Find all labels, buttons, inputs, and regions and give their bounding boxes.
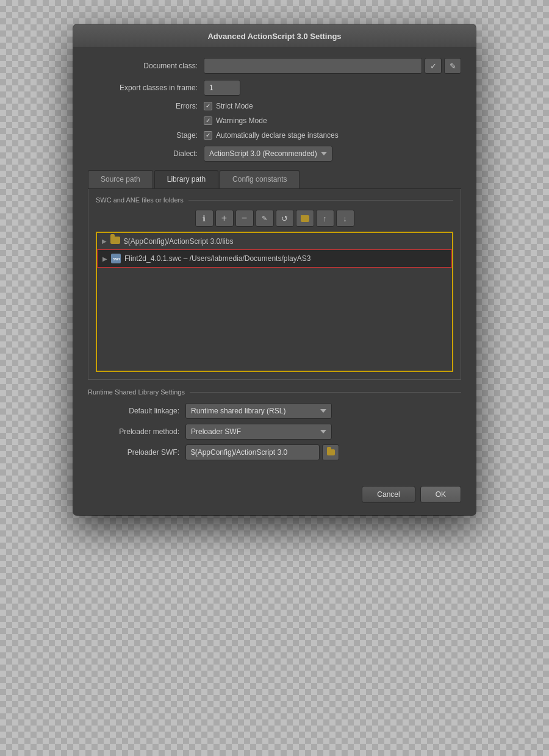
warnings-mode-row: Warnings Mode [88, 116, 461, 125]
document-class-label: Document class: [88, 62, 204, 70]
dialect-select[interactable]: ActionScript 3.0 (Recommended) [204, 146, 332, 162]
validate-button[interactable]: ✓ [425, 58, 442, 74]
errors-label: Errors: [88, 102, 204, 110]
list-item-text: Flint2d_4.0.1.swc – /Users/labmedia/Docu… [124, 254, 310, 263]
tabs-row: Source path Library path Config constant… [88, 170, 461, 189]
move-up-button[interactable]: ↑ [316, 210, 334, 227]
refresh-button[interactable]: ↺ [276, 210, 294, 227]
list-item-text: $(AppConfig)/ActionScript 3.0/libs [124, 237, 233, 246]
browse-folder-button[interactable] [296, 210, 314, 227]
default-linkage-row: Default linkage: Runtime shared library … [88, 403, 461, 419]
document-class-input[interactable] [204, 58, 422, 74]
dialog-window: Advanced ActionScript 3.0 Settings Docum… [73, 24, 476, 515]
stage-row: Stage: Automatically declare stage insta… [88, 131, 461, 140]
strict-mode-checkbox-row: Strict Mode [204, 102, 253, 110]
ok-button[interactable]: OK [420, 486, 461, 503]
remove-button[interactable]: − [235, 210, 254, 227]
preloader-method-label: Preloader method: [88, 427, 185, 436]
expand-arrow-icon: ▶ [102, 238, 107, 244]
default-linkage-select[interactable]: Runtime shared library (RSL) [185, 403, 332, 419]
document-class-controls: ✓ ✎ [204, 58, 461, 74]
swc-file-icon: SWC [111, 254, 121, 263]
preloader-browse-button[interactable] [322, 444, 339, 460]
dialect-label: Dialect: [88, 149, 204, 158]
export-classes-input[interactable]: 1 [204, 80, 240, 96]
folder-small-icon [327, 448, 335, 457]
move-down-button[interactable]: ↓ [336, 210, 354, 227]
warnings-mode-checkbox[interactable] [204, 116, 212, 125]
preloader-method-row: Preloader method: Preloader SWF [88, 424, 461, 440]
stage-declare-label: Automatically declare stage instances [216, 131, 339, 140]
export-classes-label: Export classes in frame: [88, 84, 204, 92]
edit-class-button[interactable]: ✎ [444, 58, 461, 74]
expand-arrow-icon: ▶ [102, 255, 107, 262]
preloader-swf-row: Preloader SWF: [88, 444, 461, 460]
info-button[interactable]: ℹ [195, 210, 214, 227]
stage-label: Stage: [88, 131, 204, 140]
svg-text:SWC: SWC [113, 257, 120, 261]
runtime-section-header: Runtime Shared Library Settings [88, 388, 461, 396]
panel-area: SWC and ANE files or folders ℹ + − ✎ ↺ ↑… [88, 189, 461, 380]
document-class-row: Document class: ✓ ✎ [88, 58, 461, 74]
default-linkage-label: Default linkage: [88, 407, 185, 415]
add-button[interactable]: + [215, 210, 234, 227]
warnings-mode-checkbox-row: Warnings Mode [204, 116, 267, 125]
stage-declare-checkbox[interactable] [204, 131, 212, 140]
strict-mode-label: Strict Mode [216, 102, 253, 110]
list-item[interactable]: ▶ $(AppConfig)/ActionScript 3.0/libs [97, 233, 452, 249]
dialog-footer: Cancel OK [73, 477, 476, 515]
dialog-title: Advanced ActionScript 3.0 Settings [207, 32, 341, 41]
list-item-selected[interactable]: ▶ SWC Flint2d_4.0.1.swc – /Users/labmedi… [97, 249, 452, 268]
preloader-swf-label: Preloader SWF: [88, 448, 185, 457]
dialog-content: Document class: ✓ ✎ Export classes in fr… [73, 48, 476, 477]
tab-library-path[interactable]: Library path [154, 170, 218, 188]
warnings-mode-label: Warnings Mode [216, 116, 267, 125]
preloader-swf-controls [185, 444, 339, 460]
title-bar: Advanced ActionScript 3.0 Settings [73, 24, 476, 48]
cancel-button[interactable]: Cancel [362, 486, 415, 503]
edit-swf-button[interactable]: ✎ [256, 210, 274, 227]
strict-mode-checkbox[interactable] [204, 102, 212, 110]
folder-icon [301, 215, 309, 222]
dialect-row: Dialect: ActionScript 3.0 (Recommended) [88, 146, 461, 162]
preloader-swf-input[interactable] [185, 444, 320, 460]
library-list: ▶ $(AppConfig)/ActionScript 3.0/libs ▶ S… [96, 232, 453, 372]
swc-section-header: SWC and ANE files or folders [96, 196, 453, 204]
folder-icon [110, 237, 120, 246]
runtime-section: Runtime Shared Library Settings Default … [88, 388, 461, 460]
preloader-method-select[interactable]: Preloader SWF [185, 424, 332, 440]
stage-checkbox-row: Automatically declare stage instances [204, 131, 339, 140]
errors-strict-row: Errors: Strict Mode [88, 102, 461, 110]
tab-source-path[interactable]: Source path [88, 170, 153, 188]
library-toolbar: ℹ + − ✎ ↺ ↑ ↓ [96, 210, 453, 227]
tab-config-constants[interactable]: Config constants [220, 170, 300, 188]
export-classes-row: Export classes in frame: 1 [88, 80, 461, 96]
